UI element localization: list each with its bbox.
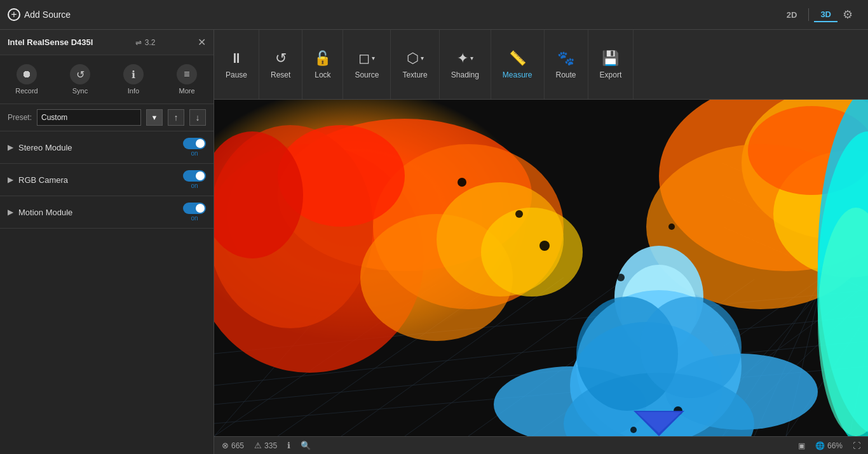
- info-button[interactable]: ℹ: [287, 441, 290, 450]
- shading-label: Shading: [451, 70, 479, 79]
- svg-point-57: [668, 224, 675, 230]
- memory-indicator: ▣: [798, 441, 805, 450]
- zoom-level: 66%: [827, 441, 843, 450]
- search-button[interactable]: 🔍: [301, 441, 311, 450]
- stereo-toggle[interactable]: on: [183, 138, 206, 157]
- sidebar-item-record[interactable]: ⏺ Record: [0, 60, 53, 98]
- route-button[interactable]: 🐾 Route: [545, 30, 588, 99]
- toolbar: ⏸ Pause ↺ Reset 🔓 Lock ◻▾ Source ⬡▾: [214, 30, 868, 100]
- header-right: 2D 3D ⚙: [780, 8, 860, 22]
- module-item-rgb[interactable]: ▶ RGB Camera on: [0, 164, 214, 196]
- lock-button[interactable]: 🔓 Lock: [302, 30, 343, 99]
- texture-button[interactable]: ⬡▾ Texture: [391, 30, 439, 99]
- plus-icon: +: [8, 8, 20, 21]
- sidebar-item-sync[interactable]: ↺ Sync: [53, 60, 107, 98]
- source-button[interactable]: ◻▾ Source: [343, 30, 391, 99]
- stereo-expand-arrow: ▶: [8, 143, 13, 152]
- info-label: Info: [128, 87, 139, 95]
- motion-module-name: Motion Module: [18, 208, 183, 217]
- export-label: Export: [600, 70, 622, 79]
- measure-icon: 📏: [509, 50, 526, 67]
- settings-gear-button[interactable]: ⚙: [843, 8, 853, 22]
- module-item-motion[interactable]: ▶ Motion Module on: [0, 196, 214, 229]
- sidebar-close-button[interactable]: ✕: [198, 36, 206, 48]
- error-count: 665: [231, 441, 244, 450]
- rgb-camera-name: RGB Camera: [18, 175, 183, 185]
- reset-icon: ↺: [275, 50, 287, 67]
- viewport[interactable]: [214, 100, 868, 436]
- more-label: More: [179, 87, 194, 95]
- svg-point-54: [539, 241, 550, 251]
- fullscreen-button[interactable]: ⛶: [853, 441, 860, 450]
- pause-label: Pause: [226, 70, 247, 79]
- rgb-toggle[interactable]: on: [183, 170, 206, 189]
- right-panel: ⏸ Pause ↺ Reset 🔓 Lock ◻▾ Source ⬡▾: [214, 30, 868, 454]
- preset-upload-button[interactable]: ↑: [168, 109, 184, 126]
- preset-dropdown-arrow[interactable]: ▼: [146, 109, 163, 126]
- rgb-toggle-switch[interactable]: [183, 170, 206, 182]
- main-layout: Intel RealSense D435I ⇌ 3.2 ✕ ⏺ Record ↺…: [0, 30, 868, 454]
- info-status-icon: ℹ: [287, 441, 290, 450]
- record-label: Record: [15, 87, 37, 95]
- route-label: Route: [556, 70, 576, 79]
- more-icon: ≡: [177, 64, 197, 84]
- sync-icon: ↺: [70, 64, 90, 84]
- motion-toggle[interactable]: on: [183, 203, 206, 222]
- rgb-expand-arrow: ▶: [8, 175, 13, 184]
- reset-button[interactable]: ↺ Reset: [259, 30, 302, 99]
- record-icon: ⏺: [17, 64, 37, 84]
- motion-toggle-switch[interactable]: [183, 203, 206, 214]
- sidebar-item-info[interactable]: ℹ Info: [107, 60, 160, 98]
- stereo-module-name: Stereo Module: [18, 143, 183, 152]
- preset-download-button[interactable]: ↓: [189, 109, 206, 126]
- svg-point-56: [458, 178, 466, 187]
- view-divider: [808, 8, 809, 21]
- preset-select[interactable]: Custom Default Hand High Accuracy High D…: [37, 109, 141, 126]
- measure-label: Measure: [503, 70, 532, 79]
- pause-icon: ⏸: [229, 50, 243, 67]
- usb-version: 3.2: [145, 38, 156, 47]
- 2d-view-button[interactable]: 2D: [780, 8, 804, 22]
- lock-label: Lock: [315, 70, 330, 79]
- source-icon: ◻▾: [358, 50, 375, 67]
- sidebar-header: Intel RealSense D435I ⇌ 3.2 ✕: [0, 30, 214, 55]
- sidebar: Intel RealSense D435I ⇌ 3.2 ✕ ⏺ Record ↺…: [0, 30, 214, 454]
- source-label: Source: [355, 70, 379, 79]
- sidebar-item-more[interactable]: ≡ More: [160, 60, 214, 98]
- point-cloud-visualization: [214, 100, 868, 436]
- 3d-view-button[interactable]: 3D: [814, 8, 837, 22]
- preset-label: Preset:: [8, 113, 32, 122]
- zoom-level-item: 🌐 66%: [815, 441, 843, 450]
- status-bar: ⊗ 665 ⚠ 335 ℹ 🔍 ▣ 🌐 66%: [214, 436, 868, 454]
- module-item-stereo[interactable]: ▶ Stereo Module on: [0, 131, 214, 164]
- sidebar-icons: ⏺ Record ↺ Sync ℹ Info ≡ More: [0, 55, 214, 104]
- fullscreen-icon: ⛶: [853, 441, 860, 450]
- measure-button[interactable]: 📏 Measure: [491, 30, 545, 99]
- warning-icon: ⚠: [254, 441, 262, 450]
- add-source-label: Add Source: [24, 10, 71, 20]
- export-icon: 💾: [602, 50, 619, 67]
- zoom-icon: 🌐: [815, 441, 825, 450]
- route-icon: 🐾: [557, 50, 574, 67]
- svg-point-60: [630, 427, 637, 433]
- motion-toggle-label: on: [191, 215, 198, 222]
- texture-icon: ⬡▾: [407, 50, 424, 67]
- pause-button[interactable]: ⏸ Pause: [214, 30, 259, 99]
- preset-row: Preset: Custom Default Hand High Accurac…: [0, 104, 214, 131]
- add-source-button[interactable]: + Add Source: [8, 8, 71, 21]
- export-button[interactable]: 💾 Export: [588, 30, 634, 99]
- rgb-toggle-label: on: [191, 182, 198, 189]
- info-icon: ℹ: [123, 64, 144, 84]
- usb-info: ⇌ 3.2: [135, 38, 156, 47]
- usb-icon: ⇌: [135, 38, 142, 47]
- search-icon: 🔍: [301, 441, 311, 450]
- stereo-toggle-switch[interactable]: [183, 138, 206, 149]
- status-right: ▣ 🌐 66% ⛶: [798, 441, 860, 450]
- shading-icon: ✦▾: [457, 50, 473, 67]
- lock-icon: 🔓: [314, 50, 331, 67]
- module-list: ▶ Stereo Module on ▶ RGB Camera on ▶ Mot…: [0, 131, 214, 454]
- shading-button[interactable]: ✦▾ Shading: [440, 30, 491, 99]
- top-bar: + Add Source 2D 3D ⚙: [0, 0, 868, 30]
- svg-point-55: [515, 210, 523, 218]
- svg-point-53: [640, 297, 742, 398]
